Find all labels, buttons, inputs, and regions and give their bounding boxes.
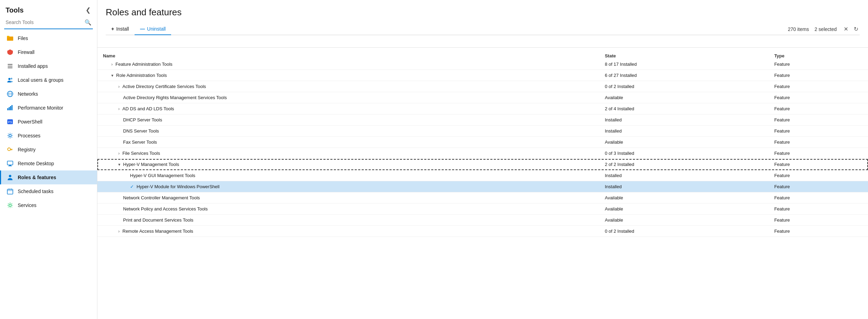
- sidebar-item-remote-desktop[interactable]: Remote Desktop: [0, 157, 97, 170]
- table-row[interactable]: Network Policy and Access Services Tools…: [97, 204, 868, 215]
- sidebar-item-label-performance-monitor: Performance Monitor: [18, 105, 63, 111]
- col-name: Name: [97, 50, 599, 62]
- cell-type: Feature: [769, 192, 868, 204]
- cell-state: 0 of 2 Installed: [599, 226, 769, 237]
- sidebar-nav: FilesFirewallInstalled appsLocal users &…: [0, 30, 97, 319]
- refresh-button[interactable]: ↻: [852, 25, 860, 33]
- row-name-text: Remote Access Management Tools: [122, 229, 193, 234]
- cell-name: DNS Server Tools: [97, 126, 599, 137]
- expand-button[interactable]: ›: [110, 62, 114, 67]
- cell-name: DHCP Server Tools: [97, 114, 599, 126]
- cell-state: Available: [599, 215, 769, 226]
- svg-rect-22: [7, 161, 13, 165]
- table-row[interactable]: Fax Server ToolsAvailableFeature: [97, 137, 868, 148]
- sidebar-item-label-roles-features: Roles & features: [18, 175, 56, 180]
- processes-icon: [7, 132, 14, 139]
- sidebar-item-local-users-groups[interactable]: Local users & groups: [0, 73, 97, 87]
- table-container[interactable]: Name State Type ▾Remote Server Administr…: [97, 35, 868, 319]
- row-name-text: DNS Server Tools: [123, 128, 159, 134]
- cell-name: ▾Role Administration Tools: [97, 70, 599, 81]
- sidebar-item-installed-apps[interactable]: Installed apps: [0, 59, 97, 73]
- expand-button[interactable]: ›: [117, 84, 121, 89]
- files-icon: [7, 35, 14, 42]
- expand-button[interactable]: ›: [117, 229, 121, 234]
- sidebar-item-scheduled-tasks[interactable]: Scheduled tasks: [0, 184, 97, 198]
- sidebar-item-processes[interactable]: Processes: [0, 129, 97, 143]
- local-users-groups-icon: [7, 77, 14, 83]
- registry-icon: [7, 146, 14, 153]
- table-row[interactable]: DNS Server ToolsInstalledFeature: [97, 126, 868, 137]
- cell-type: Feature: [769, 204, 868, 215]
- main-header: Roles and features + Install — Uninstall…: [97, 0, 868, 35]
- installed-apps-icon: [7, 63, 14, 70]
- expand-button[interactable]: ▾: [110, 73, 115, 78]
- expand-button[interactable]: ›: [117, 151, 121, 156]
- cell-state: Available: [599, 204, 769, 215]
- sidebar-item-label-services: Services: [18, 202, 37, 208]
- search-container: 🔍: [4, 17, 93, 29]
- cell-type: Feature: [769, 114, 868, 126]
- row-name-text: AD DS and AD LDS Tools: [122, 106, 174, 111]
- svg-rect-3: [8, 64, 13, 65]
- table-row[interactable]: Hyper-V GUI Management ToolsInstalledFea…: [97, 170, 868, 181]
- expand-button[interactable]: ›: [117, 106, 121, 111]
- row-name-text: Feature Administration Tools: [115, 62, 172, 67]
- sidebar-item-label-scheduled-tasks: Scheduled tasks: [18, 189, 54, 194]
- sidebar-header: Tools ❮: [0, 0, 97, 17]
- expand-button[interactable]: ▾: [117, 162, 122, 167]
- sidebar-item-powershell[interactable]: PSPowerShell: [0, 115, 97, 129]
- cell-type: Feature: [769, 215, 868, 226]
- install-label: Install: [116, 26, 129, 32]
- sidebar-item-networks[interactable]: Networks: [0, 87, 97, 101]
- cell-name: ›File Services Tools: [97, 148, 599, 159]
- table-row[interactable]: ›Active Directory Certificate Services T…: [97, 81, 868, 92]
- cell-name: Active Directory Rights Management Servi…: [97, 92, 599, 103]
- row-name-text: Active Directory Certificate Services To…: [122, 84, 206, 89]
- sidebar-item-firewall[interactable]: Firewall: [0, 45, 97, 59]
- search-input[interactable]: [6, 17, 85, 27]
- table-row[interactable]: Active Directory Rights Management Servi…: [97, 92, 868, 103]
- sidebar-item-services[interactable]: Services: [0, 198, 97, 212]
- svg-point-7: [11, 78, 13, 80]
- cell-name: Network Policy and Access Services Tools: [97, 204, 599, 215]
- search-button[interactable]: 🔍: [85, 19, 91, 26]
- svg-point-18: [8, 148, 10, 151]
- table-row[interactable]: ›Remote Access Management Tools0 of 2 In…: [97, 226, 868, 237]
- table-row[interactable]: ▾Hyper-V Management Tools2 of 2 Installe…: [97, 159, 868, 170]
- svg-text:PS: PS: [8, 120, 12, 124]
- selected-count: 2 selected: [814, 26, 837, 32]
- table-row[interactable]: ✓ Hyper-V Module for Windows PowerShellI…: [97, 181, 868, 192]
- install-button[interactable]: + Install: [106, 23, 135, 35]
- table-row[interactable]: Print and Document Services ToolsAvailab…: [97, 215, 868, 226]
- row-name-text: Hyper-V Management Tools: [123, 162, 179, 167]
- clear-selection-button[interactable]: ✕: [842, 25, 850, 33]
- svg-point-6: [8, 78, 10, 80]
- svg-point-30: [9, 204, 11, 207]
- cell-state: 2 of 4 Installed: [599, 103, 769, 114]
- table-row[interactable]: Network Controller Management ToolsAvail…: [97, 192, 868, 204]
- sidebar-item-label-registry: Registry: [18, 147, 35, 152]
- sidebar-item-label-installed-apps: Installed apps: [18, 63, 48, 69]
- sidebar-item-files[interactable]: Files: [0, 31, 97, 45]
- table-row[interactable]: ›File Services Tools0 of 3 InstalledFeat…: [97, 148, 868, 159]
- table-row[interactable]: ›AD DS and AD LDS Tools2 of 4 InstalledF…: [97, 103, 868, 114]
- cell-type: Feature: [769, 103, 868, 114]
- uninstall-button[interactable]: — Uninstall: [135, 23, 171, 35]
- cell-name: Print and Document Services Tools: [97, 215, 599, 226]
- sidebar-item-registry[interactable]: Registry: [0, 143, 97, 157]
- svg-point-25: [9, 175, 11, 177]
- cell-type: Feature: [769, 181, 868, 192]
- table-row[interactable]: DHCP Server ToolsInstalledFeature: [97, 114, 868, 126]
- cell-type: Feature: [769, 170, 868, 181]
- sidebar-collapse-button[interactable]: ❮: [83, 6, 93, 15]
- status-bar: 270 items 2 selected ✕ ↻: [788, 25, 860, 33]
- table-row[interactable]: ▾Role Administration Tools6 of 27 Instal…: [97, 70, 868, 81]
- svg-point-17: [9, 135, 11, 137]
- sidebar-item-label-powershell: PowerShell: [18, 119, 42, 125]
- sidebar-item-roles-features[interactable]: Roles & features: [0, 170, 97, 184]
- sidebar-item-label-networks: Networks: [18, 91, 38, 97]
- cell-state: 0 of 3 Installed: [599, 148, 769, 159]
- cell-type: Feature: [769, 148, 868, 159]
- sidebar-item-performance-monitor[interactable]: Performance Monitor: [0, 101, 97, 115]
- uninstall-label: Uninstall: [147, 26, 166, 32]
